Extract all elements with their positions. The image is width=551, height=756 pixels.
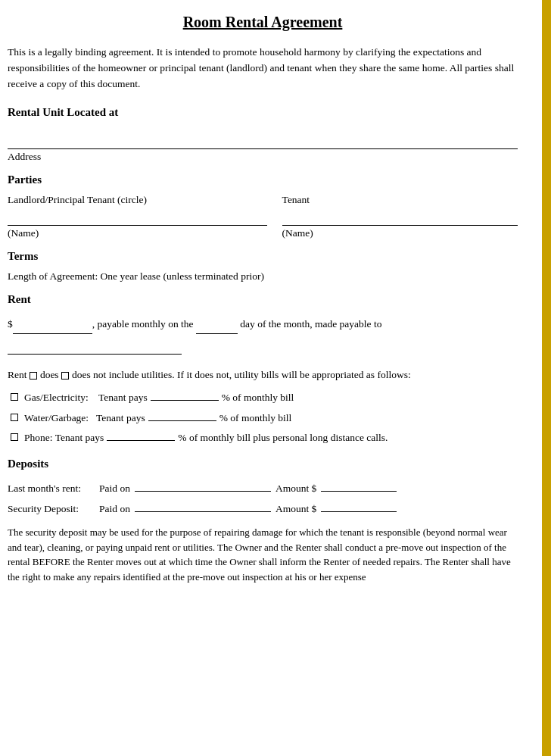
tenant-label: Tenant [282,194,310,205]
water-suffix: % of monthly bill [219,409,292,427]
does-text: does [40,369,61,380]
amount-field-1[interactable] [321,480,397,492]
payable-monthly-text: , payable monthly on the [92,318,196,330]
deposits-section: Deposits Last month's rent: Paid on Amou… [8,458,518,584]
last-months-rent-row: Last month's rent: Paid on Amount $ [8,478,518,498]
paid-on-field-1[interactable] [135,480,271,492]
amount-label-1: Amount $ [276,478,316,498]
address-field-line[interactable] [8,133,518,149]
paid-on-label-2: Paid on [99,498,130,519]
rent-day-field[interactable] [196,322,238,334]
phone-label: Phone: Tenant pays [24,429,104,447]
tenant-name-field[interactable] [282,211,518,226]
landlord-name-col: (Name) [8,211,267,239]
utility-phone-row: Phone: Tenant pays % of monthly bill plu… [11,429,518,447]
landlord-name-field[interactable] [8,211,267,226]
paid-on-field-2[interactable] [135,500,271,512]
last-months-rent-label: Last month's rent: [8,478,95,498]
rent-inline-block: $, payable monthly on the day of the mon… [8,314,518,355]
document-page: Room Rental Agreement This is a legally … [0,0,551,756]
right-border-decoration [542,0,551,756]
parties-heading: Parties [8,173,518,186]
parties-section: Parties Landlord/Principal Tenant (circl… [8,173,518,239]
phone-percent-field[interactable] [107,429,175,441]
landlord-name-label: (Name) [8,227,267,239]
paid-on-label-1: Paid on [99,478,130,498]
security-deposit-text: The security deposit may be used for the… [8,525,518,584]
water-checkbox[interactable] [11,414,18,421]
does-not-text: does not include utilities. If it does n… [72,369,411,380]
amount-label-2: Amount $ [276,498,316,519]
phone-suffix: % of monthly bill plus personal long dis… [178,429,388,447]
rent-section: Rent $, payable monthly on the day of th… [8,293,518,447]
tenant-name-col: (Name) [282,211,518,239]
gas-label: Gas/Electricity: Tenant pays [24,389,148,407]
dollar-sign: $ [8,318,13,330]
does-checkbox[interactable] [30,372,37,380]
phone-checkbox[interactable] [11,433,18,441]
utility-gas-row: Gas/Electricity: Tenant pays % of monthl… [11,389,518,407]
utilities-text-block: Rent does does not include utilities. If… [8,367,518,383]
intro-paragraph: This is a legally binding agreement. It … [8,45,518,92]
tenant-name-label: (Name) [282,227,518,239]
gas-suffix: % of monthly bill [222,389,294,407]
utility-water-row: Water/Garbage: Tenant pays % of monthly … [11,409,518,427]
water-percent-field[interactable] [148,409,216,421]
terms-section: Terms Length of Agreement: One year leas… [8,250,518,283]
landlord-label: Landlord/Principal Tenant (circle) [8,194,147,205]
deposits-heading: Deposits [8,458,518,470]
tenant-col-label: Tenant [282,194,518,206]
landlord-col-label: Landlord/Principal Tenant (circle) [8,194,267,206]
rent-amount-field[interactable] [13,322,92,334]
gas-checkbox[interactable] [11,393,18,401]
utility-list: Gas/Electricity: Tenant pays % of monthl… [11,389,518,447]
parties-labels-row: Landlord/Principal Tenant (circle) Tenan… [8,194,518,206]
terms-text: Length of Agreement: One year lease (unl… [8,270,518,283]
day-of-month-text: day of the month, made payable to [238,318,381,330]
rental-unit-section: Rental Unit Located at Address [8,106,518,163]
gas-percent-field[interactable] [151,389,219,401]
rental-unit-heading: Rental Unit Located at [8,106,518,119]
name-lines-row: (Name) (Name) [8,211,518,239]
security-deposit-label: Security Deposit: [8,498,95,519]
address-label: Address [8,151,518,163]
water-label: Water/Garbage: Tenant pays [24,409,145,427]
deposits-rows: Last month's rent: Paid on Amount $ Secu… [8,478,518,519]
rent-heading: Rent [8,293,518,306]
security-deposit-row: Security Deposit: Paid on Amount $ [8,498,518,519]
rent-payable-to-field[interactable] [8,342,182,355]
terms-heading: Terms [8,250,518,263]
does-not-checkbox[interactable] [61,372,69,380]
amount-field-2[interactable] [321,500,397,512]
document-title: Room Rental Agreement [8,14,518,31]
rent-does-text: Rent [8,369,30,380]
